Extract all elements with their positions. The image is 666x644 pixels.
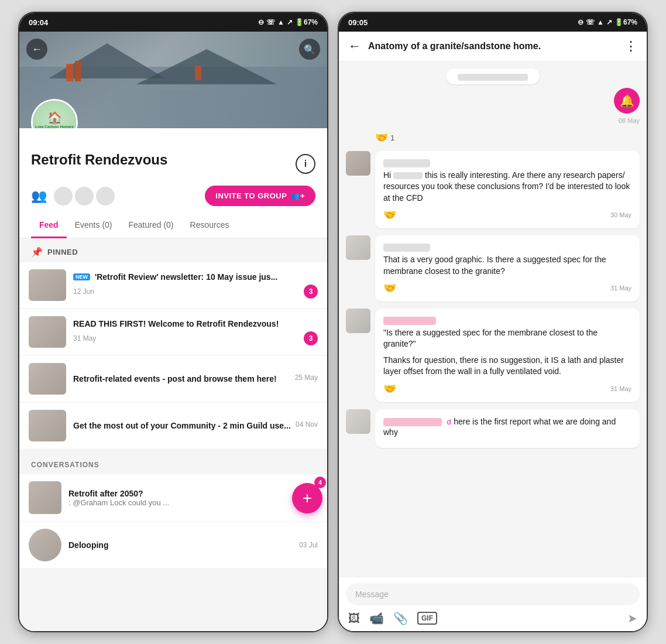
invite-row: 👥 INVITE TO GROUP 👥+: [19, 181, 327, 213]
right-phone: 09:05 ⊖ ☏ ▲ ↗ 🔋67% ← Anatomy of a granit…: [338, 12, 648, 632]
msg-sender-3: [383, 316, 631, 325]
pinned-label: PINNED: [47, 248, 78, 256]
chat-header: ← Anatomy of a granite/sandstone home. ⋮: [339, 32, 647, 61]
msg-sender-2: [383, 242, 631, 252]
info-button[interactable]: i: [296, 154, 315, 174]
msg-text-3b: Thanks for question, there is no suggest…: [383, 355, 631, 378]
feed-item-title: READ THIS FIRST! Welcome to Retrofit Ren…: [73, 318, 318, 329]
date-section: 🔔 08 May: [346, 68, 640, 124]
svg-rect-3: [66, 64, 73, 81]
msg-bubble-4[interactable]: d here is the first report what we are d…: [375, 409, 640, 448]
conv-preview: : @Graham Lock could you ...: [68, 498, 221, 507]
attachment-icon[interactable]: 📎: [393, 611, 408, 625]
group-info: Retrofit Rendezvous i: [19, 128, 327, 181]
unread-badge: 3: [304, 285, 318, 299]
video-icon[interactable]: 📹: [369, 611, 384, 625]
msg-bubble-2[interactable]: That is a very good graphic. Is there a …: [375, 235, 640, 302]
feed-item-date: 12 Jun: [73, 287, 94, 296]
message-2: That is a very good graphic. Is there a …: [346, 235, 640, 302]
member-avatars: [54, 187, 198, 205]
pinned-section-header: 📌 PINNED: [19, 238, 327, 262]
msg-date-3: 31 May: [610, 385, 631, 392]
left-content: ← 🔍 🏠 Low Carbon Homes All for retrofit …: [19, 32, 327, 631]
feed-content: 📌 PINNED NEW 'Retrofit Review' newslette…: [19, 238, 327, 631]
msg-sender-1: [383, 158, 631, 167]
status-bar-left: 09:04 ⊖ ☏ ▲ ↗ 🔋67%: [19, 13, 327, 32]
pinned-item-1[interactable]: NEW 'Retrofit Review' newsletter: 10 May…: [19, 262, 327, 308]
svg-rect-5: [195, 66, 201, 80]
feed-item-title: Get the most out of your Community - 2 m…: [73, 420, 296, 431]
msg-bubble-1[interactable]: Hi this is really interesting. Are there…: [375, 151, 640, 228]
reaction-emoji-4: 🤝: [383, 382, 396, 395]
message-input-wrap[interactable]: Message: [346, 583, 640, 605]
left-phone: 09:04 ⊖ ☏ ▲ ↗ 🔋67%: [18, 12, 328, 632]
conv-title: Delooping: [68, 540, 292, 550]
feed-item-date: 04 Nov: [296, 420, 318, 429]
chat-back-button[interactable]: ←: [348, 39, 361, 54]
hero-image: ← 🔍 🏠 Low Carbon Homes All for retrofit: [19, 32, 327, 128]
svg-rect-6: [160, 90, 207, 128]
invite-to-group-button[interactable]: INVITE TO GROUP 👥+: [205, 186, 315, 206]
msg-text-1: Hi this is really interesting. Are there…: [383, 170, 631, 204]
tab-feed[interactable]: Feed: [31, 213, 67, 238]
group-title: Retrofit Rendezvous: [31, 152, 167, 168]
unread-badge: 3: [304, 331, 318, 345]
reaction-row-1: 🤝 1: [346, 131, 640, 144]
conversations-section: CONVERSATIONS: [19, 450, 327, 474]
msg-avatar-3: [346, 309, 370, 333]
member-avatar: [75, 187, 94, 205]
msg-date-1: 30 May: [610, 211, 631, 218]
member-avatar: [54, 187, 73, 205]
reaction-emoji: 🤝: [375, 131, 388, 144]
pinned-item-3[interactable]: Retrofit-related events - post and brows…: [19, 356, 327, 402]
msg-avatar-1: [346, 151, 370, 176]
chat-title: Anatomy of a granite/sandstone home.: [368, 41, 617, 52]
status-icons-left: ⊖ ☏ ▲ ↗ 🔋67%: [258, 18, 318, 26]
feed-thumbnail: [29, 269, 66, 301]
chat-more-button[interactable]: ⋮: [624, 39, 637, 54]
status-bar-right: 09:05 ⊖ ☏ ▲ ↗ 🔋67%: [339, 13, 647, 32]
fab-badge: 4: [314, 477, 326, 488]
msg-text-2: That is a very good graphic. Is there a …: [383, 254, 631, 277]
conversation-item-1-wrap: Retrofit after 2050? : @Graham Lock coul…: [19, 474, 327, 522]
conv-thumbnail: [29, 481, 61, 514]
image-icon[interactable]: 🖼: [348, 612, 360, 625]
conv-avatar: [29, 529, 61, 561]
reaction-emoji-2: 🤝: [383, 208, 396, 221]
pinned-item-2[interactable]: READ THIS FIRST! Welcome to Retrofit Ren…: [19, 309, 327, 355]
message-3: "Is there a suggested spec for the membr…: [346, 309, 640, 402]
tab-featured[interactable]: Featured (0): [121, 213, 182, 238]
feed-thumbnail: [29, 363, 66, 395]
conversation-item-1[interactable]: Retrofit after 2050? : @Graham Lock coul…: [19, 474, 327, 522]
feed-item-title: Retrofit-related events - post and brows…: [73, 374, 295, 384]
tab-events[interactable]: Events (0): [67, 213, 121, 238]
member-avatar: [96, 187, 115, 205]
send-button[interactable]: ➤: [627, 611, 637, 625]
conversations-label: CONVERSATIONS: [31, 461, 99, 469]
conv-date: 03 Jul: [299, 541, 318, 549]
pin-icon: 📌: [31, 246, 43, 258]
back-button[interactable]: ←: [26, 39, 47, 60]
pinned-item-4[interactable]: Get the most out of your Community - 2 m…: [19, 403, 327, 448]
feed-item-title: NEW 'Retrofit Review' newsletter: 10 May…: [73, 272, 318, 282]
time-right: 09:05: [348, 18, 368, 27]
input-actions: 🖼 📹 📎 GIF ➤: [346, 611, 640, 625]
svg-rect-4: [75, 61, 81, 81]
alarm-button[interactable]: 🔔: [614, 88, 640, 114]
message-1: Hi this is really interesting. Are there…: [346, 151, 640, 228]
reaction-emoji-3: 🤝: [383, 282, 396, 294]
members-icon: 👥: [31, 189, 47, 204]
search-button[interactable]: 🔍: [299, 39, 320, 60]
msg-text-3: "Is there a suggested spec for the membr…: [383, 327, 631, 350]
feed-item-date: 25 May: [295, 374, 318, 382]
feed-thumbnail: [29, 316, 66, 348]
msg-date-2: 31 May: [610, 285, 631, 292]
msg-bubble-3[interactable]: "Is there a suggested spec for the membr…: [375, 309, 640, 402]
conversation-item-2[interactable]: Delooping 03 Jul: [19, 522, 327, 569]
reaction-count: 1: [390, 133, 394, 142]
feed-thumbnail: [29, 410, 66, 441]
tab-resources[interactable]: Resources: [182, 213, 238, 238]
chat-input-area: Message 🖼 📹 📎 GIF ➤: [339, 577, 647, 631]
tabs: Feed Events (0) Featured (0) Resources: [19, 213, 327, 238]
gif-button[interactable]: GIF: [417, 612, 437, 625]
